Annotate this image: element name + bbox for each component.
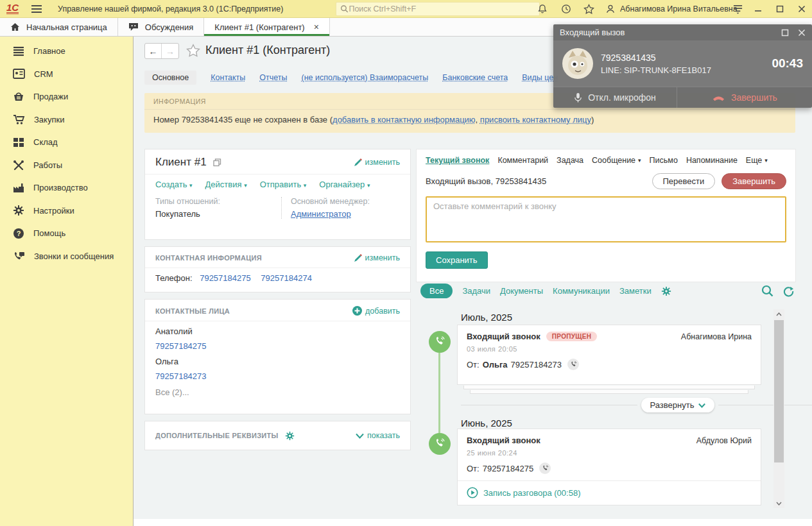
save-comment-button[interactable]: Сохранить [426,251,488,269]
call-comment-input[interactable] [426,196,786,242]
call-back-button[interactable] [539,462,551,474]
plus-circle-icon [352,306,362,316]
call-recording-link[interactable]: Запись разговора (00:58) [467,487,752,498]
call-popup-titlebar[interactable]: Входящий вызов [553,24,812,40]
popup-close-icon[interactable] [798,29,806,37]
event-title: Входящий звонок [467,332,540,341]
filter-settings-gear-icon[interactable] [661,286,671,296]
hang-up-label: Завершить [731,92,777,103]
transfer-call-button[interactable]: Перевести [652,173,716,189]
sidebar-item-jobs[interactable]: Работы [0,154,133,177]
contact-person-phone-link[interactable]: 79257184273 [155,371,400,381]
tab-letter[interactable]: Письмо [650,156,678,165]
expand-button[interactable]: Развернуть [641,398,715,412]
sidebar-item-warehouse[interactable]: Склад [0,131,133,154]
form-tab-main[interactable]: Основное [144,71,196,85]
send-menu[interactable]: Отправить ▾ [260,180,307,189]
create-menu[interactable]: Создать ▾ [155,180,193,189]
gear-icon[interactable] [285,431,295,441]
back-button[interactable]: ← [145,44,162,58]
actions-menu[interactable]: Действия ▾ [205,180,247,189]
tab-home[interactable]: Начальная страница [0,18,118,36]
main-menu-button[interactable] [31,4,42,16]
current-user-name[interactable]: Абнагимова Ирина Витальевна [620,4,738,13]
close-icon [798,5,806,13]
favorites-button[interactable] [582,3,596,15]
filter-tasks[interactable]: Задачи [462,286,490,296]
timeline-scrollbar[interactable] [773,309,784,508]
tab-more-menu[interactable]: Еще▾ [746,156,768,165]
sidebar-item-sales[interactable]: Продажи [0,85,133,108]
copy-icon[interactable] [213,158,221,167]
minimize-button[interactable] [751,3,765,15]
refresh-icon[interactable] [783,285,794,297]
mute-microphone-button[interactable]: Откл. микрофон [553,87,677,108]
star-icon [583,4,594,14]
search-input[interactable] [349,4,535,13]
sidebar-item-purchases[interactable]: Закупки [0,108,133,132]
edit-contact-info-button[interactable]: изменить [354,253,400,262]
tab-client-label: Клиент #1 (Контрагент) [214,22,304,32]
sidebar-item-settings[interactable]: Настройки [0,199,133,223]
all-contact-persons-link[interactable]: Все (2)... [155,387,400,397]
notifications-button[interactable] [535,3,549,15]
popup-maximize-icon[interactable] [781,29,789,37]
sidebar-item-calls-messages[interactable]: Звонки и сообщения [0,245,133,268]
edit-client-button[interactable]: изменить [354,158,400,167]
add-contact-person-button[interactable]: добавить [352,306,400,316]
chevron-down-icon: ▾ [244,182,247,189]
end-call-button[interactable]: Завершить [721,173,786,189]
scroll-up-button[interactable] [773,309,784,319]
filter-all[interactable]: Все [420,284,453,298]
banner-comma: , [476,115,480,124]
tab-current-call[interactable]: Текущий звонок [426,156,489,165]
form-tab-settlements[interactable]: (не используется) Взаиморасчеты [302,73,429,82]
user-account-button[interactable] [603,3,618,15]
incoming-call-popup: Входящий вызов 79253841435 LINE: SIP-TRU… [553,24,812,108]
hang-up-button[interactable]: Завершить [677,87,812,108]
client-phone-link[interactable]: 79257184274 [261,273,312,283]
sidebar-item-main[interactable]: Главное [0,40,133,63]
call-back-button[interactable] [567,359,579,370]
form-tab-price-types[interactable]: Виды цен [522,73,558,82]
organizer-menu[interactable]: Органайзер ▾ [319,180,370,189]
sidebar-item-crm[interactable]: CRM [0,63,133,86]
timeline-event-card[interactable]: Входящий звонок ПРОПУЩЕН Абнагимова Ирин… [457,325,761,385]
filter-documents[interactable]: Документы [500,286,543,296]
add-to-favorites-button[interactable] [186,44,200,60]
tab-reminder[interactable]: Напоминание [686,156,738,165]
tab-client[interactable]: Клиент #1 (Контрагент) × [204,18,330,36]
tab-message-menu[interactable]: Сообщение▾ [592,156,641,165]
scroll-down-button[interactable] [773,498,784,508]
timeline-event-card[interactable]: Входящий звонок Абдулов Юрий 25 июня 20:… [457,428,761,505]
sidebar-item-production[interactable]: Производство [0,176,133,199]
tab-task[interactable]: Задача [557,156,583,165]
scrollbar-thumb[interactable] [774,320,784,462]
main-manager-link[interactable]: Администратор [291,209,351,219]
form-tab-reports[interactable]: Отчеты [259,73,287,82]
global-search[interactable] [336,2,540,16]
timeline-search-icon[interactable] [761,285,773,297]
tools-settings-button[interactable] [730,3,745,15]
form-tab-bank-accounts[interactable]: Банковские счета [442,73,508,82]
maximize-button[interactable] [773,3,787,15]
tab-comment[interactable]: Комментарий [497,156,548,165]
tab-discussions[interactable]: Обсуждения [118,18,205,36]
window-title: Управление нашей фирмой, редакция 3.0 (1… [58,4,283,13]
close-window-button[interactable] [795,3,809,15]
history-button[interactable] [559,3,573,15]
sidebar-item-help[interactable]: ? Помощь [0,222,133,245]
forward-button[interactable]: → [162,44,178,58]
filter-communications[interactable]: Коммуникации [553,286,610,296]
client-phone-link[interactable]: 79257184275 [200,273,251,283]
filter-notes[interactable]: Заметки [619,286,652,296]
add-to-contact-info-link[interactable]: добавить в контактную информацию [333,115,476,124]
form-tab-contacts[interactable]: Контакты [211,73,245,82]
tab-close-icon[interactable]: × [314,22,319,32]
client-summary-card: Клиент #1 изменить Создать ▾ Действия ▾ … [144,149,411,240]
more-label: Еще [746,156,762,165]
assign-contact-person-link[interactable]: присвоить контактному лицу [480,115,591,124]
contact-person-phone-link[interactable]: 79257184275 [155,341,400,351]
sidebar-label: CRM [34,69,53,79]
show-additional-attributes-button[interactable]: показать [356,431,400,440]
